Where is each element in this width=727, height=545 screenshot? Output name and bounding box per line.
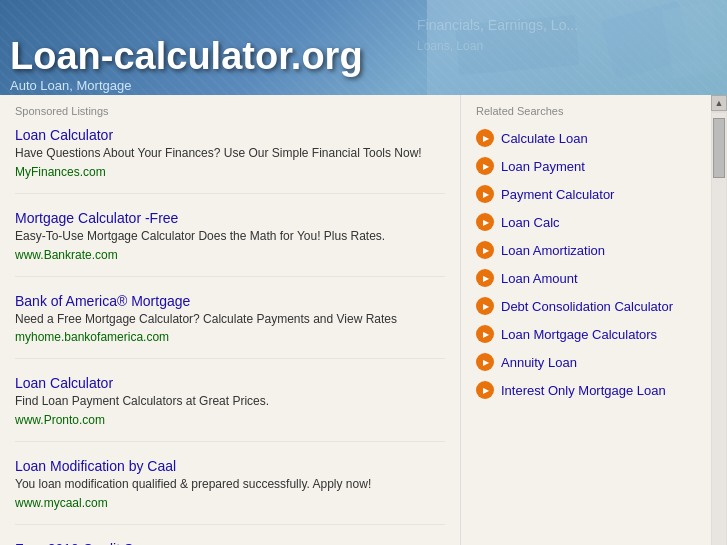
related-arrow-icon bbox=[476, 213, 494, 231]
ad-description: You loan modification qualified & prepar… bbox=[15, 476, 445, 493]
header-svg-bg: Financials, Earnings, Lo... Loans, Loan bbox=[407, 0, 727, 95]
ad-description: Have Questions About Your Finances? Use … bbox=[15, 145, 445, 162]
ad-block: Free 2010 Credit ScoresView your latest … bbox=[15, 541, 445, 545]
scroll-track bbox=[712, 113, 726, 545]
related-search-link[interactable]: Annuity Loan bbox=[501, 355, 577, 370]
ad-block: Loan CalculatorFind Loan Payment Calcula… bbox=[15, 375, 445, 442]
related-item[interactable]: Payment Calculator bbox=[476, 185, 696, 203]
svg-text:Loans, Loan: Loans, Loan bbox=[417, 39, 483, 53]
ad-title-link[interactable]: Loan Modification by Caal bbox=[15, 458, 176, 474]
related-item[interactable]: Debt Consolidation Calculator bbox=[476, 297, 696, 315]
header-text: Loan-calculator.org Auto Loan, Mortgage bbox=[10, 36, 363, 93]
scrollbar[interactable]: ▲ ▼ bbox=[711, 95, 727, 545]
related-items-container: Calculate LoanLoan PaymentPayment Calcul… bbox=[476, 129, 696, 399]
related-search-link[interactable]: Interest Only Mortgage Loan bbox=[501, 383, 666, 398]
related-search-link[interactable]: Payment Calculator bbox=[501, 187, 614, 202]
ad-url-link[interactable]: www.Bankrate.com bbox=[15, 248, 118, 262]
ad-title-link[interactable]: Loan Calculator bbox=[15, 127, 113, 143]
related-item[interactable]: Loan Calc bbox=[476, 213, 696, 231]
related-item[interactable]: Calculate Loan bbox=[476, 129, 696, 147]
related-search-link[interactable]: Loan Mortgage Calculators bbox=[501, 327, 657, 342]
related-arrow-icon bbox=[476, 297, 494, 315]
related-item[interactable]: Loan Amortization bbox=[476, 241, 696, 259]
ad-description: Easy-To-Use Mortgage Calculator Does the… bbox=[15, 228, 445, 245]
svg-text:Financials, Earnings, Lo...: Financials, Earnings, Lo... bbox=[417, 17, 578, 33]
ad-description: Find Loan Payment Calculators at Great P… bbox=[15, 393, 445, 410]
header-subtitle: Auto Loan, Mortgage bbox=[10, 78, 363, 93]
ads-container: Loan CalculatorHave Questions About Your… bbox=[15, 127, 445, 545]
ad-title-link[interactable]: Bank of America® Mortgage bbox=[15, 293, 190, 309]
ad-block: Mortgage Calculator -FreeEasy-To-Use Mor… bbox=[15, 210, 445, 277]
scroll-thumb[interactable] bbox=[713, 118, 725, 178]
related-search-link[interactable]: Loan Calc bbox=[501, 215, 560, 230]
related-item[interactable]: Interest Only Mortgage Loan bbox=[476, 381, 696, 399]
related-arrow-icon bbox=[476, 129, 494, 147]
site-title: Loan-calculator.org bbox=[10, 36, 363, 78]
related-search-link[interactable]: Loan Amount bbox=[501, 271, 578, 286]
related-search-link[interactable]: Calculate Loan bbox=[501, 131, 588, 146]
ad-block: Loan Modification by CaalYou loan modifi… bbox=[15, 458, 445, 525]
related-searches: Related Searches Calculate LoanLoan Paym… bbox=[461, 95, 711, 545]
svg-rect-1 bbox=[661, 1, 722, 79]
ad-url-link[interactable]: myhome.bankofamerica.com bbox=[15, 330, 169, 344]
ad-block: Loan CalculatorHave Questions About Your… bbox=[15, 127, 445, 194]
ad-description: Need a Free Mortgage Calculator? Calcula… bbox=[15, 311, 445, 328]
related-item[interactable]: Loan Amount bbox=[476, 269, 696, 287]
related-item[interactable]: Loan Mortgage Calculators bbox=[476, 325, 696, 343]
related-item[interactable]: Annuity Loan bbox=[476, 353, 696, 371]
related-arrow-icon bbox=[476, 269, 494, 287]
related-search-link[interactable]: Loan Payment bbox=[501, 159, 585, 174]
header-banner: Financials, Earnings, Lo... Loans, Loan … bbox=[0, 0, 727, 95]
related-arrow-icon bbox=[476, 325, 494, 343]
ad-title-link[interactable]: Loan Calculator bbox=[15, 375, 113, 391]
related-arrow-icon bbox=[476, 157, 494, 175]
main-content: Sponsored Listings Loan CalculatorHave Q… bbox=[0, 95, 727, 545]
related-arrow-icon bbox=[476, 185, 494, 203]
related-arrow-icon bbox=[476, 353, 494, 371]
sponsored-label: Sponsored Listings bbox=[15, 105, 445, 117]
related-arrow-icon bbox=[476, 381, 494, 399]
ad-title-link[interactable]: Mortgage Calculator -Free bbox=[15, 210, 178, 226]
ad-url-link[interactable]: www.Pronto.com bbox=[15, 413, 105, 427]
scroll-up-button[interactable]: ▲ bbox=[711, 95, 727, 111]
ad-url-link[interactable]: MyFinances.com bbox=[15, 165, 106, 179]
related-item[interactable]: Loan Payment bbox=[476, 157, 696, 175]
ad-url-link[interactable]: www.mycaal.com bbox=[15, 496, 108, 510]
ad-title-link[interactable]: Free 2010 Credit Scores bbox=[15, 541, 168, 545]
related-label: Related Searches bbox=[476, 105, 696, 117]
related-arrow-icon bbox=[476, 241, 494, 259]
related-search-link[interactable]: Loan Amortization bbox=[501, 243, 605, 258]
related-search-link[interactable]: Debt Consolidation Calculator bbox=[501, 299, 673, 314]
ad-block: Bank of America® MortgageNeed a Free Mor… bbox=[15, 293, 445, 360]
sponsored-listings: Sponsored Listings Loan CalculatorHave Q… bbox=[0, 95, 461, 545]
